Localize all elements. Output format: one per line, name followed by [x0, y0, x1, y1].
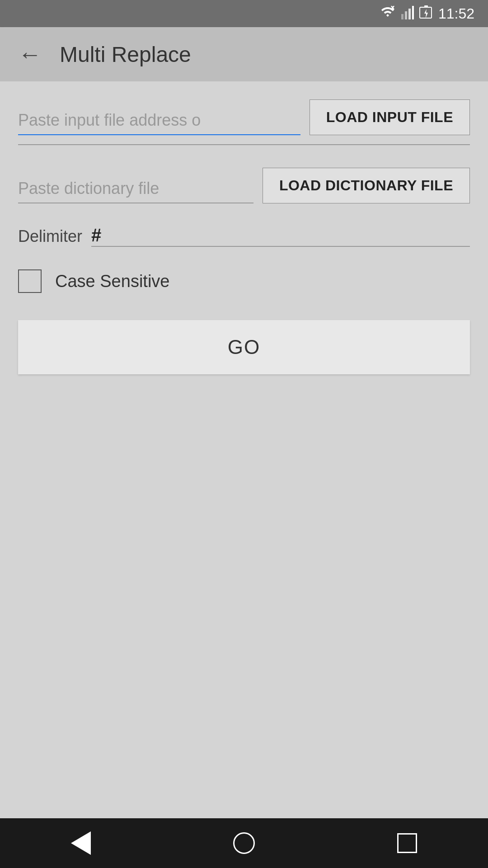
nav-recent-button[interactable] — [397, 833, 417, 853]
input-file-field[interactable] — [18, 106, 300, 135]
signal-icon — [401, 6, 414, 21]
svg-rect-3 — [405, 11, 407, 19]
app-bar: ← Multi Replace — [0, 27, 488, 81]
main-content: LOAD INPUT FILE LOAD DICTIONARY FILE Del… — [0, 81, 488, 818]
nav-back-button[interactable] — [71, 831, 91, 855]
load-dictionary-file-button[interactable]: LOAD DICTIONARY FILE — [263, 168, 470, 203]
svg-rect-4 — [408, 9, 411, 19]
app-title: Multi Replace — [60, 42, 191, 67]
svg-rect-7 — [424, 5, 428, 7]
nav-home-button[interactable] — [233, 832, 255, 854]
wifi-x-icon — [380, 6, 396, 21]
delimiter-field-container: # — [91, 226, 470, 247]
go-button[interactable]: GO — [18, 320, 470, 374]
status-icons: 11:52 — [380, 5, 474, 22]
delimiter-label: Delimiter — [18, 227, 82, 246]
input-file-row: LOAD INPUT FILE — [18, 99, 470, 145]
svg-marker-8 — [424, 9, 428, 18]
battery-icon — [419, 5, 433, 22]
case-sensitive-row: Case Sensitive — [18, 269, 470, 293]
nav-bar — [0, 818, 488, 868]
back-button[interactable]: ← — [18, 42, 42, 66]
dictionary-file-field[interactable] — [18, 175, 253, 203]
delimiter-row: Delimiter # — [18, 226, 470, 247]
status-bar: 11:52 — [0, 0, 488, 27]
svg-rect-2 — [401, 14, 404, 19]
delimiter-value: # — [91, 225, 101, 245]
status-time: 11:52 — [438, 5, 474, 22]
case-sensitive-checkbox[interactable] — [18, 269, 42, 293]
case-sensitive-label[interactable]: Case Sensitive — [55, 272, 169, 291]
load-input-file-button[interactable]: LOAD INPUT FILE — [310, 99, 470, 135]
svg-rect-5 — [412, 6, 414, 19]
dictionary-file-row: LOAD DICTIONARY FILE — [18, 168, 470, 203]
